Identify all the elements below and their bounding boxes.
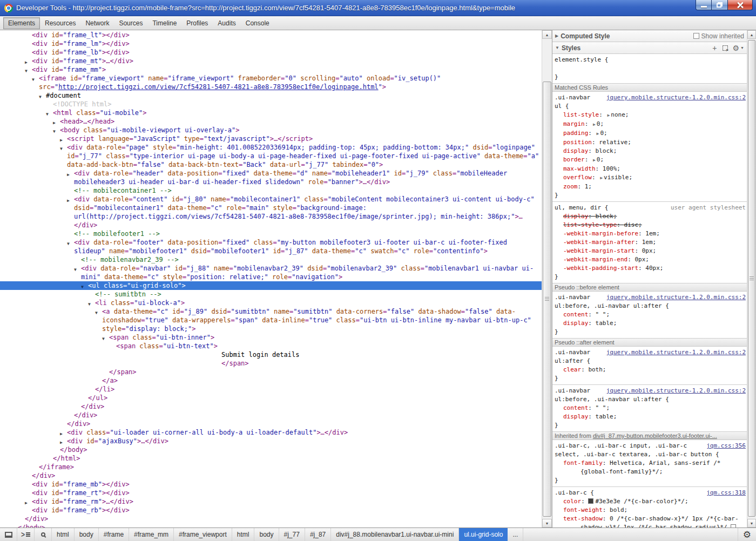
- settings-button[interactable]: ⚙: [738, 528, 756, 541]
- tab-network[interactable]: Network: [80, 16, 114, 30]
- tree-line[interactable]: ▼<ul class="ui-grid-solo">: [0, 281, 542, 290]
- tree-line[interactable]: ▼<div data-role="navbar" id="j_88" name=…: [0, 264, 542, 281]
- tree-line[interactable]: <span class="ui-btn-text">: [0, 342, 542, 350]
- tree-line[interactable]: ▶<div id="ajaxBusy">…</div>: [0, 437, 542, 445]
- breadcrumb-item[interactable]: div#j_88.mobilenavbar1.ui-navbar.ui-mini: [331, 528, 459, 541]
- tree-line[interactable]: <!-- mobilecontainer1 -->: [0, 186, 542, 195]
- tree-line[interactable]: </div>: [0, 420, 542, 428]
- css-rule[interactable]: jqm.css:318.ui-bar-c {color: #3e3e3e /*{…: [552, 487, 747, 528]
- tree-line[interactable]: ▼<div data-role="page" style="min-height…: [0, 143, 542, 169]
- styles-header[interactable]: ▼ Styles + ⚙ ▼: [552, 42, 747, 54]
- breadcrumb-item[interactable]: #j_87: [305, 528, 331, 541]
- tree-line[interactable]: </a>: [0, 376, 542, 385]
- console-toggle-button[interactable]: >: [17, 528, 35, 541]
- expand-icon[interactable]: ▶: [555, 33, 558, 38]
- scroll-down-icon[interactable]: ▼: [542, 519, 552, 528]
- tree-line[interactable]: </body>: [0, 445, 542, 454]
- tree-line[interactable]: ▼<span class="ui-btn-inner">: [0, 333, 542, 342]
- tree-line[interactable]: <div id="frame_lm"></div>: [0, 39, 542, 48]
- breadcrumb-item[interactable]: #frame: [99, 528, 129, 541]
- chrome-logo-icon: [4, 4, 13, 12]
- minimize-button[interactable]: [696, 0, 712, 10]
- breadcrumb-item[interactable]: #j_77: [279, 528, 305, 541]
- tree-line[interactable]: <div id="frame_rb"></div>: [0, 506, 542, 515]
- inspect-button[interactable]: [35, 528, 52, 541]
- tree-line[interactable]: </span>: [0, 359, 542, 368]
- tab-console[interactable]: Console: [241, 16, 274, 30]
- tree-line[interactable]: ▼<iframe id="frame_viewport" name="ifram…: [0, 74, 542, 91]
- tree-line[interactable]: <!-- mobilenavbar2_39 -->: [0, 255, 542, 264]
- tree-line[interactable]: Submit login details: [0, 350, 542, 359]
- tree-line[interactable]: ▶<div id="frame_rm">…</div>: [0, 497, 542, 506]
- tree-line[interactable]: <!DOCTYPE html>: [0, 100, 542, 109]
- breadcrumb-item[interactable]: body: [254, 528, 279, 541]
- close-button[interactable]: [728, 0, 753, 10]
- tree-line[interactable]: </html>: [0, 454, 542, 463]
- tree-line[interactable]: </span>: [0, 368, 542, 376]
- breadcrumb-item[interactable]: body: [75, 528, 99, 541]
- collapse-icon[interactable]: ▼: [555, 45, 559, 50]
- tree-line[interactable]: ▼<div data-role="footer" data-position="…: [0, 238, 542, 255]
- styles-gear-icon[interactable]: ⚙: [733, 44, 740, 52]
- scroll-up-icon[interactable]: ▲: [747, 30, 756, 39]
- css-rule[interactable]: jquery.mobile.structure-1.2.0.min.css:2.…: [552, 347, 747, 385]
- breadcrumb-item[interactable]: #frame_mm: [129, 528, 174, 541]
- tree-line[interactable]: </iframe>: [0, 463, 542, 471]
- tree-line[interactable]: ▶<div id="frame_mt">…</div>: [0, 57, 542, 65]
- styles-scrollbar[interactable]: ▲ ▼: [747, 30, 756, 528]
- css-rule[interactable]: element.style { }: [552, 54, 747, 84]
- tree-line[interactable]: <!-- sumitbtn -->: [0, 290, 542, 299]
- breadcrumb-item[interactable]: ul.ui-grid-solo: [459, 528, 508, 541]
- breadcrumb-item[interactable]: html: [232, 528, 255, 541]
- dock-button[interactable]: [0, 528, 17, 541]
- css-rule[interactable]: jquery.mobile.structure-1.2.0.min.css:2.…: [552, 385, 747, 432]
- tab-sources[interactable]: Sources: [114, 16, 147, 30]
- tree-line[interactable]: ▼<html class="ui-mobile">: [0, 109, 542, 117]
- tree-line[interactable]: </div>: [0, 402, 542, 411]
- element-state-button[interactable]: [723, 45, 728, 51]
- tree-line[interactable]: <!-- mobilefooter1 -->: [0, 229, 542, 238]
- elements-scrollbar[interactable]: ▲ ▼: [542, 30, 552, 528]
- tree-line[interactable]: ▼<li class="ui-block-a">: [0, 299, 542, 307]
- computed-style-label: Computed Style: [561, 32, 610, 40]
- css-rule[interactable]: jqm.css:356.ui-bar-c, .ui-bar-c input, .…: [552, 440, 747, 487]
- tree-line[interactable]: <div id="frame_lt"></div>: [0, 31, 542, 39]
- tree-line[interactable]: ▼<a data-theme="c" id="j_89" dsid="sumit…: [0, 307, 542, 333]
- scroll-up-icon[interactable]: ▲: [542, 30, 552, 39]
- tree-line[interactable]: </div>: [0, 515, 542, 523]
- tree-line[interactable]: ▶<head>…</head>: [0, 117, 542, 126]
- breadcrumb-item[interactable]: ...: [508, 528, 523, 541]
- show-inherited-checkbox[interactable]: [693, 33, 699, 39]
- tree-line[interactable]: <div id="frame_rt"></div>: [0, 489, 542, 497]
- tree-line[interactable]: </ul>: [0, 394, 542, 402]
- tree-line[interactable]: </div>: [0, 411, 542, 420]
- tree-line[interactable]: ▼#document: [0, 91, 542, 100]
- tab-timeline[interactable]: Timeline: [147, 16, 181, 30]
- tree-line[interactable]: ▶<div class="ui-loader ui-corner-all ui-…: [0, 428, 542, 437]
- tab-elements[interactable]: Elements: [3, 17, 40, 29]
- tree-line[interactable]: </body>: [0, 523, 542, 528]
- breadcrumb-item[interactable]: #frame_viewport: [174, 528, 232, 541]
- tree-line[interactable]: </li>: [0, 385, 542, 394]
- new-style-rule-button[interactable]: +: [712, 44, 717, 52]
- breadcrumb-item[interactable]: html: [52, 528, 75, 541]
- tree-line[interactable]: <div id="frame_mb"></div>: [0, 480, 542, 489]
- scrollbar-thumb[interactable]: [543, 82, 551, 517]
- tree-line[interactable]: ▼<div id="frame_mm">: [0, 65, 542, 74]
- tree-line[interactable]: </div>: [0, 471, 542, 480]
- tab-profiles[interactable]: Profiles: [181, 16, 213, 30]
- tree-line[interactable]: ▼<body class="ui-mobile-viewport ui-over…: [0, 126, 542, 134]
- tab-resources[interactable]: Resources: [40, 16, 80, 30]
- css-rule[interactable]: jquery.mobile.structure-1.2.0.min.css:2.…: [552, 92, 747, 202]
- restore-button[interactable]: [712, 0, 728, 10]
- tree-line[interactable]: ▶<div data-role="content" id="j_80" name…: [0, 195, 542, 229]
- computed-style-header[interactable]: ▶ Computed Style Show inherited: [552, 30, 747, 42]
- tree-line[interactable]: ▶<div data-role="header" data-position="…: [0, 169, 542, 186]
- css-rule[interactable]: user agent stylesheetul, menu, dir {disp…: [552, 202, 747, 283]
- scrollbar-thumb[interactable]: [748, 40, 755, 517]
- scroll-down-icon[interactable]: ▼: [747, 519, 756, 528]
- tab-audits[interactable]: Audits: [213, 16, 240, 30]
- tree-line[interactable]: <div id="frame_lb"></div>: [0, 48, 542, 57]
- css-rule[interactable]: jquery.mobile.structure-1.2.0.min.css:2.…: [552, 292, 747, 339]
- tree-line[interactable]: ▶<script language="JavaScript" type="tex…: [0, 134, 542, 143]
